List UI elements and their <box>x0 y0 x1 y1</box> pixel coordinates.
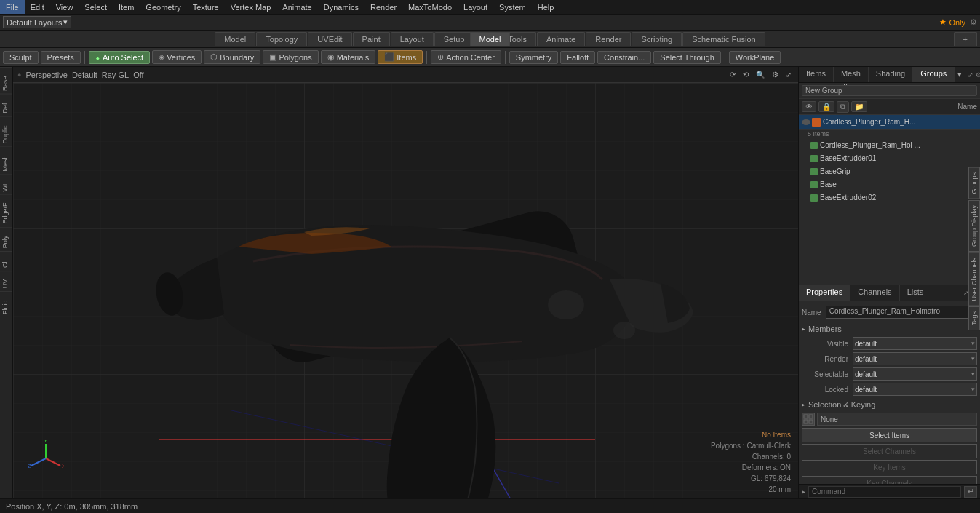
left-tool-uv[interactable]: UV... <box>0 271 12 291</box>
menu-file[interactable]: File <box>0 0 25 14</box>
menu-layout[interactable]: Layout <box>458 0 493 14</box>
tab-mesh[interactable]: Mesh ... <box>834 67 869 82</box>
viewport-expand-btn[interactable]: ⤢ <box>784 70 794 79</box>
group-root-item[interactable]: Cordless_Plunger_Ram_H... <box>799 115 980 130</box>
constraint-btn[interactable]: Constrain... <box>597 51 651 64</box>
sel-keying-section[interactable]: Selection & Keying <box>802 399 977 410</box>
menu-geometry[interactable]: Geometry <box>140 0 186 14</box>
select-channels-btn[interactable]: Select Channels <box>802 444 977 458</box>
add-tab-btn[interactable]: + <box>954 32 977 46</box>
mode-tab-topology[interactable]: Topology <box>256 32 307 46</box>
items-btn[interactable]: ⬛ Items <box>378 50 423 64</box>
new-group-btn[interactable]: New Group <box>802 85 977 96</box>
viewport-rotate-btn[interactable]: ⟳ <box>728 70 738 79</box>
tab-shading[interactable]: Shading <box>869 67 913 82</box>
presets-btn[interactable]: Presets <box>41 51 81 64</box>
boundary-btn[interactable]: ⬡ Boundary <box>204 50 260 64</box>
group-child-1[interactable]: BaseExtrudder01 <box>799 152 980 165</box>
selectable-select[interactable]: default ▾ <box>853 367 977 381</box>
menu-view[interactable]: View <box>50 0 79 14</box>
menu-maxtomodo[interactable]: MaxToModo <box>402 0 458 14</box>
keying-icon[interactable] <box>802 413 815 426</box>
menu-vertex-map[interactable]: Vertex Map <box>225 0 277 14</box>
menu-help[interactable]: Help <box>532 0 560 14</box>
left-tool-edge[interactable]: Edge/F... <box>0 194 12 227</box>
layout-dropdown[interactable]: Default Layouts ▾ <box>3 16 71 28</box>
materials-btn[interactable]: ◉ Materials <box>321 50 376 64</box>
mode-tab-render[interactable]: Render <box>586 32 631 46</box>
viewport-undo-btn[interactable]: ⟲ <box>741 70 751 79</box>
locked-select[interactable]: default ▾ <box>853 383 977 396</box>
tab-channels[interactable]: Channels <box>850 285 899 301</box>
tab-properties[interactable]: Properties <box>799 285 850 301</box>
tab-lists[interactable]: Lists <box>900 285 932 301</box>
panel-settings-icon[interactable]: ⚙ <box>976 71 980 79</box>
settings-icon[interactable]: ⚙ <box>970 17 977 27</box>
mode-tab-paint[interactable]: Paint <box>353 32 390 46</box>
side-tab-group-display[interactable]: Group Display <box>968 200 980 252</box>
left-tool-def[interactable]: Def... <box>0 94 12 116</box>
groups-lock-btn[interactable]: 🔒 <box>818 101 834 112</box>
left-tool-poly[interactable]: Poly... <box>0 227 12 251</box>
polygons-btn[interactable]: ▣ Polygons <box>263 50 318 64</box>
side-tab-user-channels[interactable]: User Channels <box>968 252 980 306</box>
cmd-submit-btn[interactable]: ↵ <box>964 486 977 498</box>
vertices-btn[interactable]: ◈ Vertices <box>152 50 202 64</box>
sculpt-btn[interactable]: Sculpt <box>3 51 39 64</box>
mode-tab-setup[interactable]: Setup <box>434 32 474 46</box>
menu-texture[interactable]: Texture <box>187 0 225 14</box>
mode-tab-uvedit[interactable]: UVEdit <box>308 32 351 46</box>
menu-render[interactable]: Render <box>364 0 402 14</box>
menu-system[interactable]: System <box>493 0 532 14</box>
side-tab-tags[interactable]: Tags <box>968 306 980 330</box>
auto-select-btn[interactable]: ⬥ Auto Select <box>89 51 150 64</box>
panel-expand-icon[interactable]: ⤢ <box>968 71 973 79</box>
visible-select[interactable]: default ▾ <box>853 337 977 350</box>
render-select[interactable]: default ▾ <box>853 352 977 365</box>
group-child-2[interactable]: BaseGrip <box>799 165 980 178</box>
mode-tab-layout[interactable]: Layout <box>391 32 434 46</box>
falloff-btn[interactable]: Falloff <box>560 51 595 64</box>
mode-tab-animate[interactable]: Animate <box>537 32 585 46</box>
menu-animate[interactable]: Animate <box>276 0 317 14</box>
group-child-4[interactable]: BaseExtrudder02 <box>799 191 980 204</box>
left-tool-cli[interactable]: Cli... <box>0 251 12 271</box>
groups-eye-btn[interactable]: 👁 <box>802 101 816 112</box>
groups-list[interactable]: Cordless_Plunger_Ram_H... 5 Items Cordle… <box>799 115 980 285</box>
command-input[interactable] <box>808 486 961 498</box>
menu-select[interactable]: Select <box>79 0 113 14</box>
viewport-pin-icon[interactable]: ● <box>17 71 21 79</box>
left-tool-base[interactable]: Base... <box>0 67 12 94</box>
left-tool-duplic[interactable]: Duplic... <box>0 116 12 147</box>
group-child-3[interactable]: Base <box>799 178 980 191</box>
menu-dynamics[interactable]: Dynamics <box>318 0 364 14</box>
name-value[interactable]: Cordless_Plunger_Ram_Holmatro <box>826 306 977 319</box>
select-items-btn[interactable]: Select Items <box>802 428 977 442</box>
mode-tab-model[interactable]: Model <box>215 32 255 46</box>
mode-tab-scripting[interactable]: Scripting <box>632 32 682 46</box>
mode-tab-schematic[interactable]: Schematic Fusion <box>682 32 765 46</box>
tab-dropdown[interactable]: ▾ <box>955 67 965 82</box>
menu-edit[interactable]: Edit <box>25 0 50 14</box>
symmetry-btn[interactable]: Symmetry <box>509 51 559 64</box>
members-section[interactable]: Members <box>802 323 977 335</box>
left-tool-mesh[interactable]: Mesh... <box>0 146 12 175</box>
cmd-arrow-left[interactable]: ▸ <box>802 488 805 496</box>
side-tab-groups[interactable]: Groups <box>968 167 980 199</box>
action-center-btn[interactable]: ⊕ Action Center <box>431 50 501 64</box>
key-channels-btn[interactable]: Key Channels <box>802 476 977 484</box>
viewport-settings-btn[interactable]: ⚙ <box>770 70 781 79</box>
menu-item[interactable]: Item <box>113 0 140 14</box>
left-tool-wt[interactable]: Wt... <box>0 175 12 195</box>
viewport-zoom-btn[interactable]: 🔍 <box>754 70 767 79</box>
tab-groups[interactable]: Groups <box>913 67 955 82</box>
viewport-canvas[interactable]: No Items Polygons : Catmull-Clark Channe… <box>13 83 798 498</box>
select-through-btn[interactable]: Select Through <box>653 51 720 64</box>
groups-folder-btn[interactable]: 📁 <box>851 101 867 112</box>
group-child-0[interactable]: Cordless_Plunger_Ram_Hol ... <box>799 139 980 152</box>
left-tool-fluid[interactable]: Fluid... <box>0 291 12 317</box>
mode-tab-model-active[interactable]: Model <box>470 32 511 46</box>
workplane-btn[interactable]: WorkPlane <box>729 51 781 64</box>
key-items-btn[interactable]: Key Items <box>802 460 977 474</box>
tab-items[interactable]: Items <box>799 67 834 82</box>
